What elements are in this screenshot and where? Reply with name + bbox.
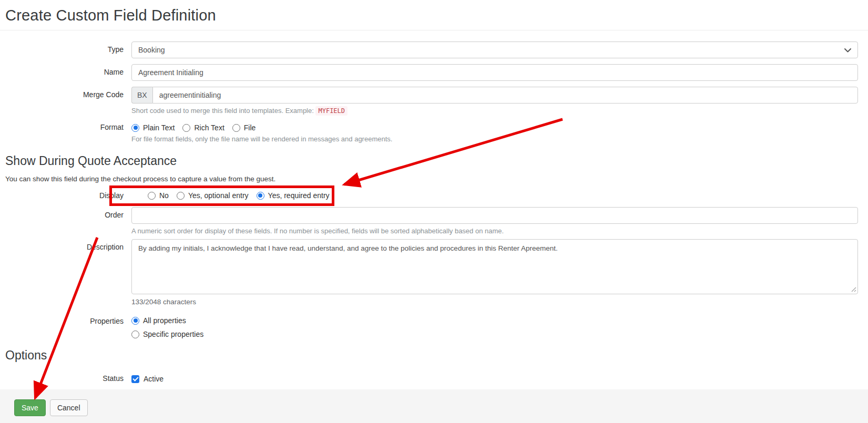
format-option-label: Plain Text bbox=[143, 123, 175, 132]
type-label: Type bbox=[0, 42, 131, 54]
active-checkbox-label: Active bbox=[144, 375, 164, 383]
page-header: Create Custom Field Definition bbox=[0, 0, 868, 30]
active-checkbox[interactable] bbox=[131, 375, 139, 383]
display-radio-group: No Yes, optional entry Yes, required ent… bbox=[131, 190, 858, 200]
properties-option-label: Specific properties bbox=[143, 330, 203, 338]
properties-row: Properties All properties Specific prope… bbox=[0, 316, 858, 338]
merge-code-prefix: BX bbox=[131, 87, 152, 104]
radio-icon bbox=[232, 124, 240, 132]
type-select-value: Booking bbox=[138, 46, 165, 54]
type-select[interactable]: Booking bbox=[131, 42, 858, 58]
character-counter: 133/2048 characters bbox=[131, 298, 858, 306]
display-option-label: Yes, optional entry bbox=[188, 191, 249, 200]
format-label: Format bbox=[0, 119, 131, 131]
name-row: Name bbox=[0, 64, 858, 81]
resize-grip-icon[interactable] bbox=[851, 286, 856, 292]
radio-icon bbox=[131, 124, 139, 132]
cancel-button[interactable]: Cancel bbox=[50, 399, 88, 416]
order-row: Order A numeric sort order for display o… bbox=[0, 207, 858, 235]
properties-option-label: All properties bbox=[143, 316, 186, 325]
merge-code-help-text: Short code used to merge this field into… bbox=[131, 107, 315, 115]
order-label: Order bbox=[0, 207, 131, 219]
quote-acceptance-heading: Show During Quote Acceptance bbox=[5, 154, 868, 168]
format-help: For file format fields, only the file na… bbox=[131, 135, 858, 143]
properties-radio-group-row2: Specific properties bbox=[131, 330, 858, 338]
save-button[interactable]: Save bbox=[14, 399, 46, 416]
merge-code-input[interactable] bbox=[152, 87, 858, 104]
format-option-label: Rich Text bbox=[194, 123, 224, 132]
radio-icon bbox=[182, 124, 190, 132]
format-option-label: File bbox=[244, 123, 256, 132]
display-row: Display No Yes, optional entry Yes, requ… bbox=[0, 190, 858, 200]
type-row: Type Booking bbox=[0, 42, 858, 58]
description-row: Description By adding my initials, I ack… bbox=[0, 239, 858, 306]
status-label: Status bbox=[0, 370, 131, 383]
description-textarea[interactable]: By adding my initials, I acknowledge tha… bbox=[131, 239, 858, 294]
properties-label: Properties bbox=[0, 316, 131, 325]
properties-radio-group: All properties bbox=[131, 316, 858, 325]
name-label: Name bbox=[0, 64, 131, 76]
radio-icon bbox=[257, 192, 264, 200]
chevron-down-icon bbox=[844, 48, 851, 53]
format-radio-file[interactable]: File bbox=[232, 123, 256, 132]
merge-code-example-chip: MYFIELD bbox=[315, 106, 348, 116]
name-input[interactable] bbox=[131, 64, 858, 81]
display-option-label: Yes, required entry bbox=[268, 191, 330, 200]
options-heading: Options bbox=[5, 348, 868, 363]
merge-code-row: Merge Code BX Short code used to merge t… bbox=[0, 87, 858, 115]
properties-radio-all[interactable]: All properties bbox=[131, 316, 186, 325]
page-title: Create Custom Field Definition bbox=[5, 7, 863, 24]
display-radio-no[interactable]: No bbox=[148, 191, 169, 200]
display-radio-optional[interactable]: Yes, optional entry bbox=[177, 191, 249, 200]
status-row: Status Active bbox=[0, 370, 858, 383]
order-help: A numeric sort order for display of thes… bbox=[131, 227, 858, 235]
format-row: Format Plain Text Rich Text File For fil… bbox=[0, 119, 858, 143]
radio-icon bbox=[131, 317, 139, 325]
status-checkbox-line: Active bbox=[131, 370, 858, 383]
format-radio-group: Plain Text Rich Text File bbox=[131, 119, 858, 132]
create-custom-field-page: Create Custom Field Definition Type Book… bbox=[0, 0, 868, 423]
display-option-label: No bbox=[159, 191, 169, 200]
format-radio-rich-text[interactable]: Rich Text bbox=[182, 123, 224, 132]
order-input[interactable] bbox=[131, 207, 858, 224]
radio-icon bbox=[131, 331, 139, 338]
radio-icon bbox=[177, 192, 185, 200]
format-radio-plain-text[interactable]: Plain Text bbox=[131, 123, 175, 132]
form-actions-bar: Save Cancel bbox=[0, 389, 868, 423]
merge-code-label: Merge Code bbox=[0, 87, 131, 99]
quote-acceptance-subtitle: You can show this field during the check… bbox=[5, 175, 868, 183]
display-radio-required[interactable]: Yes, required entry bbox=[257, 191, 330, 200]
properties-radio-specific[interactable]: Specific properties bbox=[131, 330, 203, 338]
description-label: Description bbox=[0, 239, 131, 251]
radio-icon bbox=[148, 192, 156, 200]
merge-code-help: Short code used to merge this field into… bbox=[131, 107, 858, 115]
display-label: Display bbox=[0, 190, 131, 200]
